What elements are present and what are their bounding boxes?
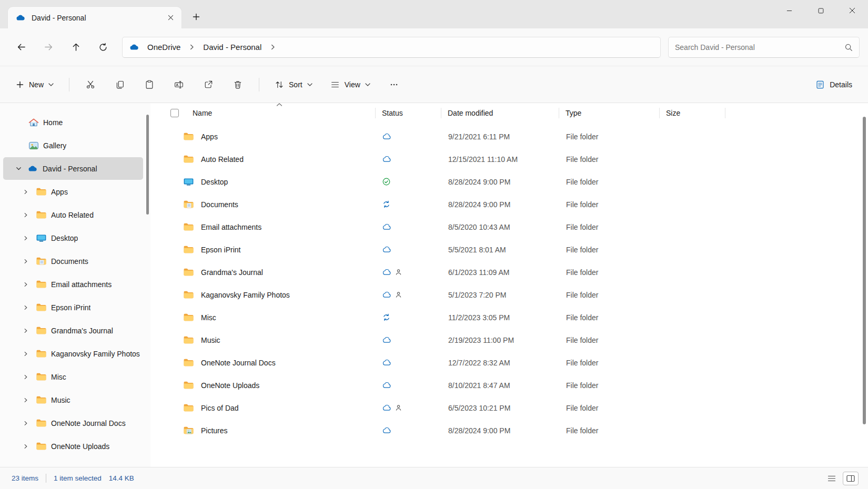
chevron-down-icon[interactable]: [13, 165, 24, 172]
details-pane-toggle-button[interactable]: [843, 472, 859, 485]
select-all-checkbox[interactable]: [169, 104, 183, 122]
back-button[interactable]: [9, 37, 33, 57]
chevron-right-icon[interactable]: [20, 304, 32, 311]
folder-icon: [183, 403, 194, 412]
chevron-right-icon[interactable]: [20, 373, 32, 381]
chevron-right-icon[interactable]: [20, 327, 32, 334]
breadcrumb-david-personal[interactable]: David - Personal: [199, 40, 266, 54]
file-row-desktop[interactable]: Desktop8/28/2024 9:00 PMFile folder: [169, 170, 868, 193]
column-header-size[interactable]: Size: [660, 104, 725, 122]
file-row-email-attachments[interactable]: Email attachments8/5/2020 10:43 AMFile f…: [169, 216, 868, 238]
column-header-type[interactable]: Type: [559, 104, 660, 122]
chevron-right-icon[interactable]: [269, 44, 277, 50]
column-header-status[interactable]: Status: [376, 104, 441, 122]
list-view-toggle-button[interactable]: [824, 472, 840, 485]
search-icon[interactable]: [844, 43, 853, 52]
sidebar-item-gallery[interactable]: Gallery: [3, 134, 143, 157]
chevron-right-icon[interactable]: [20, 258, 32, 265]
sidebar-item-apps[interactable]: Apps: [3, 180, 143, 203]
column-header-name[interactable]: Name: [183, 104, 376, 122]
file-row-grandma-s-journal[interactable]: Grandma's Journal6/1/2023 11:09 AMFile f…: [169, 261, 868, 283]
sidebar-item-grandma-s-journal[interactable]: Grandma's Journal: [3, 319, 143, 342]
sidebar-item-label: Music: [51, 396, 70, 404]
close-icon: [849, 7, 855, 14]
sidebar-item-auto-related[interactable]: Auto Related: [3, 203, 143, 226]
sort-button[interactable]: Sort: [268, 74, 319, 95]
cut-button[interactable]: [78, 74, 103, 95]
cloud-icon: [382, 246, 391, 253]
file-row-apps[interactable]: Apps9/21/2021 6:11 PMFile folder: [169, 125, 868, 148]
search-input[interactable]: [675, 43, 840, 52]
new-tab-button[interactable]: [187, 8, 205, 26]
chevron-right-icon[interactable]: [188, 44, 196, 50]
file-name-label: Pictures: [201, 426, 228, 435]
vertical-scrollbar[interactable]: [863, 117, 866, 424]
sidebar-item-email-attachments[interactable]: Email attachments: [3, 273, 143, 296]
chevron-right-icon[interactable]: [20, 235, 32, 242]
sidebar-scrollbar[interactable]: [146, 115, 149, 215]
file-row-pics-of-dad[interactable]: Pics of Dad6/5/2023 10:21 PMFile folder: [169, 396, 868, 419]
file-row-onenote-uploads[interactable]: OneNote Uploads8/10/2021 8:47 AMFile fol…: [169, 374, 868, 396]
sidebar-item-misc[interactable]: Misc: [3, 365, 143, 388]
list-view-icon: [827, 475, 836, 482]
sidebar-item-music[interactable]: Music: [3, 389, 143, 411]
forward-button[interactable]: [37, 37, 60, 57]
file-date-cell: 12/7/2022 8:32 AM: [441, 359, 559, 367]
view-button[interactable]: View: [324, 74, 377, 95]
toolbar-divider: [69, 78, 69, 91]
sidebar-item-home[interactable]: Home: [3, 111, 143, 134]
new-button[interactable]: New: [9, 74, 60, 95]
address-bar[interactable]: OneDrive David - Personal: [122, 37, 661, 58]
chevron-right-icon[interactable]: [20, 420, 32, 427]
file-row-onenote-journal-docs[interactable]: OneNote Journal Docs12/7/2022 8:32 AMFil…: [169, 351, 868, 374]
up-button[interactable]: [64, 37, 87, 57]
chevron-right-icon[interactable]: [20, 443, 32, 450]
folder-icon: [36, 442, 47, 451]
chevron-right-icon[interactable]: [20, 188, 32, 196]
close-button[interactable]: [836, 0, 868, 21]
more-options-button[interactable]: [382, 74, 406, 95]
copy-button[interactable]: [108, 74, 132, 95]
chevron-right-icon[interactable]: [20, 396, 32, 404]
tab-close-button[interactable]: [164, 11, 177, 25]
file-name-cell: Epson iPrint: [183, 245, 376, 254]
onedrive-icon: [28, 165, 38, 172]
sidebar-item-epson-iprint[interactable]: Epson iPrint: [3, 296, 143, 319]
sidebar-item-onenote-uploads[interactable]: OneNote Uploads: [3, 435, 143, 457]
sidebar-item-david-personal[interactable]: David - Personal: [3, 157, 143, 180]
refresh-button[interactable]: [92, 37, 115, 57]
expander-slot: [13, 119, 24, 126]
people-icon: [395, 269, 402, 276]
file-row-documents[interactable]: Documents8/28/2024 9:00 PMFile folder: [169, 193, 868, 216]
delete-button[interactable]: [226, 74, 250, 95]
column-header-date-modified[interactable]: Date modified: [441, 104, 559, 122]
file-row-kaganovsky-family-photos[interactable]: Kaganovsky Family Photos5/1/2023 7:20 PM…: [169, 283, 868, 306]
file-row-auto-related[interactable]: Auto Related12/15/2021 11:10 AMFile fold…: [169, 148, 868, 170]
sidebar-item-kaganovsky-family-photos[interactable]: Kaganovsky Family Photos: [3, 342, 143, 365]
file-row-epson-iprint[interactable]: Epson iPrint5/5/2021 8:01 AMFile folder: [169, 238, 868, 261]
sidebar-item-desktop[interactable]: Desktop: [3, 227, 143, 249]
breadcrumb-onedrive[interactable]: OneDrive: [143, 40, 185, 54]
sidebar-item-documents[interactable]: Documents: [3, 250, 143, 272]
file-status-cell: [376, 133, 441, 140]
chevron-right-icon[interactable]: [20, 211, 32, 219]
folder-icon: [183, 381, 194, 390]
file-name-cell: Auto Related: [183, 155, 376, 164]
file-row-music[interactable]: Music2/19/2023 11:00 PMFile folder: [169, 329, 868, 351]
syncing-icon: [382, 313, 390, 321]
minimize-button[interactable]: [773, 0, 805, 21]
maximize-button[interactable]: [805, 0, 836, 21]
tab-david-personal[interactable]: David - Personal: [7, 6, 182, 28]
rename-button[interactable]: [167, 74, 191, 95]
chevron-right-icon[interactable]: [20, 350, 32, 358]
file-row-pictures[interactable]: Pictures8/28/2024 9:00 PMFile folder: [169, 419, 868, 442]
file-date-cell: 8/28/2024 9:00 PM: [441, 426, 559, 435]
file-name-label: Documents: [201, 200, 238, 209]
chevron-right-icon[interactable]: [20, 281, 32, 288]
file-status-cell: [376, 313, 441, 321]
paste-button[interactable]: [137, 74, 162, 95]
details-button[interactable]: Details: [809, 74, 859, 95]
file-row-misc[interactable]: Misc11/2/2023 3:05 PMFile folder: [169, 306, 868, 329]
share-button[interactable]: [196, 74, 220, 95]
sidebar-item-onenote-journal-docs[interactable]: OneNote Journal Docs: [3, 412, 143, 434]
